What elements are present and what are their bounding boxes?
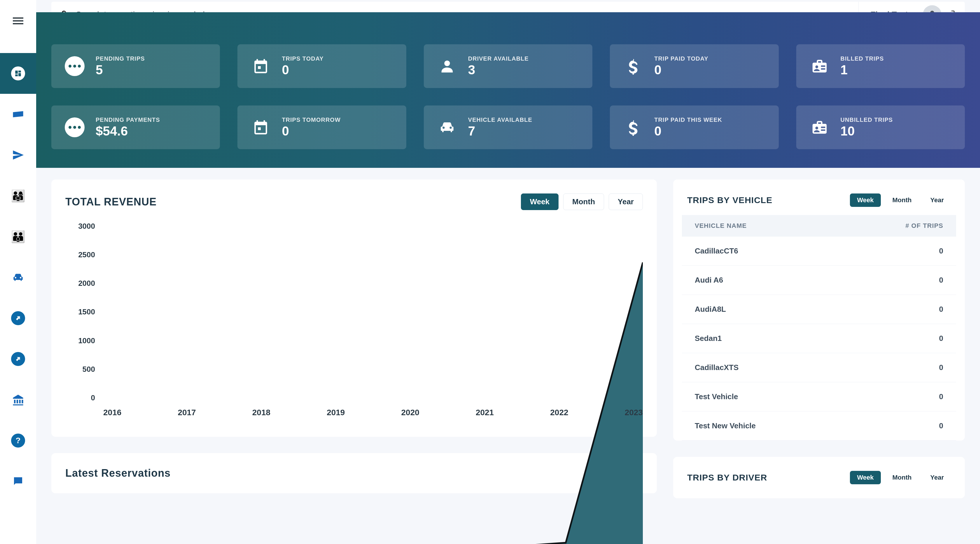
table-row[interactable]: CadillacCT60 (682, 236, 956, 266)
stat-label: BILLED TRIPS (841, 56, 884, 62)
ticket-icon (12, 108, 24, 121)
nav-customers[interactable]: 👨‍👨‍👦 (0, 216, 36, 257)
menu-toggle-button[interactable] (11, 14, 25, 28)
stat-label: VEHICLE AVAILABLE (468, 117, 532, 123)
stat-card[interactable]: TRIPS TODAY 0 (237, 44, 406, 88)
stat-label: TRIP PAID TODAY (654, 56, 708, 62)
chat-icon (12, 475, 24, 487)
table-row[interactable]: Test New Vehicle0 (682, 411, 956, 441)
svg-rect-0 (13, 17, 23, 19)
driver-tab-month[interactable]: Month (886, 471, 919, 484)
stat-card[interactable]: PENDING PAYMENTS $54.6 (51, 105, 220, 149)
dots-icon (64, 56, 85, 77)
stat-label: UNBILLED TRIPS (841, 117, 893, 123)
svg-rect-3 (15, 70, 18, 74)
nav-bank[interactable] (0, 379, 36, 420)
revenue-tab-month[interactable]: Month (563, 193, 604, 210)
nav-vehicles[interactable] (0, 257, 36, 298)
th-trip-count: # OF TRIPS (905, 222, 943, 230)
stat-card[interactable]: BILLED TRIPS 1 (796, 44, 965, 88)
revenue-tab-week[interactable]: Week (521, 193, 558, 210)
trip-count: 0 (939, 392, 943, 401)
calendar-icon (250, 56, 271, 77)
table-row[interactable]: AudiA8L0 (682, 295, 956, 324)
stat-value: 7 (468, 124, 532, 138)
nav-routes[interactable] (0, 298, 36, 339)
stat-label: DRIVER AVAILABLE (468, 56, 529, 62)
stat-label: PENDING TRIPS (95, 56, 145, 62)
table-row[interactable]: Audi A60 (682, 266, 956, 295)
x-tick: 2018 (252, 408, 270, 417)
y-tick: 1000 (65, 336, 95, 345)
y-tick: 2500 (65, 250, 95, 259)
nav-chat[interactable] (0, 461, 36, 502)
svg-rect-2 (13, 23, 23, 24)
hero-stats: PENDING TRIPS 5 TRIPS TODAY 0 DRIVER AVA… (36, 12, 980, 168)
stat-card[interactable]: TRIP PAID THIS WEEK 0 (610, 105, 778, 149)
stat-card[interactable]: PENDING TRIPS 5 (51, 44, 220, 88)
trip-count: 0 (939, 305, 943, 314)
driver-tab-year[interactable]: Year (923, 471, 951, 484)
vehicle-tab-year[interactable]: Year (923, 193, 951, 207)
dashboard-icon (11, 67, 25, 81)
revenue-tab-year[interactable]: Year (609, 193, 643, 210)
person-icon (437, 56, 458, 77)
nav-help[interactable]: ? (0, 420, 36, 461)
y-tick: 0 (65, 393, 95, 402)
stat-card[interactable]: DRIVER AVAILABLE 3 (424, 44, 592, 88)
svg-rect-8 (258, 66, 261, 69)
badge-icon (809, 56, 830, 77)
vehicle-tab-month[interactable]: Month (886, 193, 919, 207)
table-row[interactable]: Sedan10 (682, 324, 956, 353)
stat-card[interactable]: TRIP PAID TODAY 0 (610, 44, 778, 88)
sidebar: 👨‍👩‍👧 👨‍👨‍👦 ? (0, 0, 36, 544)
th-vehicle-name: VEHICLE NAME (695, 222, 905, 230)
x-tick: 2021 (476, 408, 494, 417)
x-tick: 2019 (327, 408, 345, 417)
x-tick: 2017 (178, 408, 196, 417)
send-icon (12, 149, 24, 161)
x-tick: 2022 (550, 408, 568, 417)
svg-rect-4 (18, 70, 21, 73)
stat-card[interactable]: TRIPS TOMORROW 0 (237, 105, 406, 149)
stat-card[interactable]: VEHICLE AVAILABLE 7 (424, 105, 592, 149)
stat-value: 0 (282, 63, 323, 77)
trip-count: 0 (939, 334, 943, 343)
nav-drivers[interactable]: 👨‍👩‍👧 (0, 175, 36, 216)
x-tick: 2016 (103, 408, 121, 417)
stat-card[interactable]: UNBILLED TRIPS 10 (796, 105, 965, 149)
vehicle-tab-week[interactable]: Week (850, 193, 881, 207)
svg-rect-6 (15, 74, 18, 76)
svg-rect-10 (258, 127, 261, 130)
stat-value: 3 (468, 63, 529, 77)
stat-label: TRIPS TOMORROW (282, 117, 340, 123)
vehicle-name: Sedan1 (695, 334, 939, 343)
help-icon: ? (11, 434, 25, 447)
revenue-chart: 300025002000150010005000 201620172018201… (65, 222, 643, 423)
stat-label: PENDING PAYMENTS (95, 117, 160, 123)
dollar-icon (623, 56, 644, 77)
nav-send[interactable] (0, 135, 36, 175)
vehicle-name: CadillacXTS (695, 363, 939, 372)
nav-trips[interactable] (0, 94, 36, 135)
dollar-icon (623, 117, 644, 138)
nav-locations[interactable] (0, 339, 36, 379)
car-icon (12, 271, 24, 284)
badge-icon (809, 117, 830, 138)
dots-icon (64, 117, 85, 138)
trip-count: 0 (939, 421, 943, 430)
driver-tab-week[interactable]: Week (850, 471, 881, 484)
arrow-circle-icon-2 (11, 352, 25, 366)
x-tick: 2023 (625, 408, 643, 417)
table-row[interactable]: Test Vehicle0 (682, 382, 956, 411)
calendar-icon (250, 117, 271, 138)
stat-value: 5 (95, 63, 145, 77)
customers-icon: 👨‍👨‍👦 (11, 230, 25, 244)
table-row[interactable]: CadillacXTS0 (682, 353, 956, 382)
nav-dashboard[interactable] (0, 53, 36, 94)
y-tick: 1500 (65, 308, 95, 316)
vehicle-name: CadillacCT6 (695, 246, 939, 255)
svg-rect-5 (18, 73, 21, 76)
vehicle-name: AudiA8L (695, 305, 939, 314)
revenue-title: TOTAL REVENUE (65, 196, 157, 208)
